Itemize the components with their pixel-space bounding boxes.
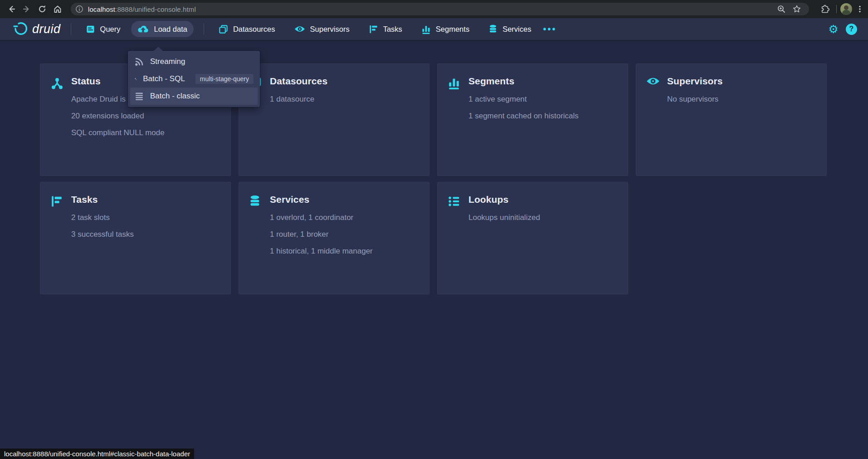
sparkles-icon <box>134 74 137 84</box>
card-title: Tasks <box>71 194 221 205</box>
nav-item-segments[interactable]: Segments <box>415 21 476 37</box>
zoom-button[interactable] <box>774 1 789 17</box>
forward-icon <box>22 5 31 14</box>
gantt-icon <box>369 24 378 34</box>
popover-caret <box>154 47 163 51</box>
card-line: 1 datasource <box>270 95 420 104</box>
extensions-puzzle-icon <box>820 5 830 14</box>
card-title: Datasources <box>270 76 420 87</box>
browser-actions <box>814 1 868 17</box>
card-segments[interactable]: Segments 1 active segment 1 segment cach… <box>437 63 628 176</box>
browser-menu-button[interactable] <box>852 1 868 17</box>
card-line: 3 successful tasks <box>71 230 221 239</box>
eye-icon <box>646 77 660 86</box>
menu-item-streaming[interactable]: Streaming <box>130 53 258 70</box>
card-line: 2 task slots <box>71 213 221 222</box>
gantt-icon <box>50 195 63 208</box>
back-icon <box>7 5 16 14</box>
feed-icon <box>134 57 144 67</box>
card-line: SQL compliant NULL mode <box>71 128 221 137</box>
segments-icon <box>448 77 460 89</box>
card-lookups[interactable]: Lookups Lookups uninitialized <box>437 182 628 294</box>
database-icon <box>249 195 261 208</box>
card-title: Supervisors <box>667 76 817 87</box>
list-icon <box>134 91 144 101</box>
card-datasources[interactable]: Datasources 1 datasource <box>239 63 429 176</box>
nav-item-label: Query <box>100 25 121 34</box>
card-line: 20 extensions loaded <box>71 112 221 121</box>
card-line: No supervisors <box>667 95 817 104</box>
link-preview-statusbar: localhost:8888/unified-console.html#clas… <box>0 449 194 459</box>
nav-item-label: Tasks <box>383 25 402 34</box>
datasources-icon <box>219 24 228 34</box>
nav-item-datasources[interactable]: Datasources <box>212 21 282 37</box>
card-line: 1 segment cached on historicals <box>468 112 619 121</box>
database-icon <box>488 24 497 34</box>
card-title: Lookups <box>468 194 619 205</box>
settings-gear-icon[interactable]: ⚙ <box>829 24 839 35</box>
druid-logo-icon <box>13 21 28 37</box>
card-line: 1 historical, 1 middle manager <box>270 247 420 256</box>
help-icon[interactable]: ? <box>846 24 857 35</box>
avatar[interactable] <box>840 3 852 15</box>
zoom-icon <box>777 5 786 14</box>
druid-logo[interactable]: druid <box>13 21 61 37</box>
card-services[interactable]: Services 1 overlord, 1 coordinator 1 rou… <box>239 182 429 294</box>
brand-wordmark: druid <box>32 22 61 36</box>
nav-item-tasks[interactable]: Tasks <box>362 21 409 37</box>
nav-item-supervisors[interactable]: Supervisors <box>288 21 356 37</box>
menu-item-batch-classic[interactable]: Batch - classic <box>130 88 258 105</box>
card-line: 1 overlord, 1 coordinator <box>270 213 420 222</box>
menu-item-label: Batch - classic <box>150 92 200 101</box>
nav-item-label: Load data <box>154 25 187 34</box>
nav-more-button[interactable]: ••• <box>537 24 562 34</box>
url-text: localhost:8888/unified-console.html <box>88 5 196 13</box>
card-line: Lookups uninitialized <box>468 213 619 222</box>
card-tasks[interactable]: Tasks 2 task slots 3 successful tasks <box>40 182 231 294</box>
url-bar[interactable]: localhost:8888/unified-console.html <box>71 3 809 15</box>
card-line: 1 router, 1 broker <box>270 230 420 239</box>
info-icon[interactable] <box>75 5 83 13</box>
home-button[interactable] <box>50 1 65 17</box>
kebab-menu-icon <box>856 5 864 13</box>
nav-item-label: Services <box>502 25 531 34</box>
nav-item-load-data[interactable]: Load data <box>131 21 193 37</box>
extensions-button[interactable] <box>817 1 833 17</box>
cloud-upload-icon <box>137 24 149 34</box>
forward-button[interactable] <box>19 1 34 17</box>
nav-item-query[interactable]: Query <box>79 21 127 37</box>
status-graph-icon <box>50 77 64 90</box>
segments-icon <box>421 24 431 34</box>
properties-icon <box>448 195 460 208</box>
reload-icon <box>38 5 47 14</box>
home-icon <box>53 5 62 14</box>
menu-item-label: Batch - SQL <box>143 74 185 83</box>
bookmark-star-icon <box>792 5 801 14</box>
navbar-divider <box>204 23 204 35</box>
help-glyph: ? <box>849 25 854 33</box>
nav-item-services[interactable]: Services <box>482 21 537 37</box>
druid-navbar: druid Query Load data Datasources Super <box>0 18 868 40</box>
menu-item-batch-sql[interactable]: Batch - SQL multi-stage-query <box>130 70 258 88</box>
card-title: Segments <box>468 76 619 87</box>
card-line: 1 active segment <box>468 95 619 104</box>
query-icon <box>86 24 95 34</box>
eye-icon <box>294 25 305 33</box>
card-supervisors[interactable]: Supervisors No supervisors <box>636 63 827 176</box>
nav-item-label: Supervisors <box>310 25 350 34</box>
reload-button[interactable] <box>34 1 50 17</box>
nav-item-label: Segments <box>436 25 469 34</box>
card-title: Services <box>270 194 420 205</box>
navbar-right: ⚙ ? <box>829 24 857 35</box>
menu-item-label: Streaming <box>150 57 185 66</box>
bookmark-button[interactable] <box>789 1 805 17</box>
back-button[interactable] <box>4 1 19 17</box>
nav-item-label: Datasources <box>233 25 275 34</box>
load-data-dropdown: Streaming Batch - SQL multi-stage-query … <box>128 51 260 107</box>
multi-stage-query-tag: multi-stage-query <box>195 74 254 84</box>
browser-toolbar: localhost:8888/unified-console.html <box>0 0 868 18</box>
toolbar-separator <box>836 5 837 13</box>
navbar-divider <box>71 23 71 35</box>
